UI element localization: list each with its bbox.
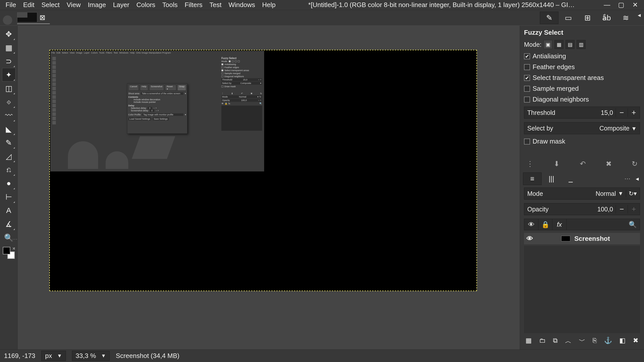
draw-mask-checkbox[interactable] (524, 139, 530, 145)
paths-tab[interactable]: ⎯ (561, 172, 580, 185)
maximize-button[interactable]: ▢ (618, 2, 624, 8)
opacity-value: 100,0 (595, 206, 616, 213)
swap-colors-icon[interactable]: ⤮ (12, 246, 15, 250)
channels-tab[interactable]: ||| (542, 172, 561, 185)
opacity-minus-icon[interactable]: − (616, 205, 628, 213)
layer-mode-dropdown[interactable]: Mode Normal ▼ ↻▾ (524, 188, 640, 200)
embedded-wilber-logo (60, 134, 161, 169)
fuzzy-select-tool[interactable]: ✦ (2, 68, 16, 81)
opacity-input[interactable]: Opacity 100,0 − + (524, 203, 640, 215)
menu-test[interactable]: Test (206, 0, 225, 10)
feather-checkbox[interactable] (524, 64, 530, 70)
paths-tool[interactable]: ⊢ (2, 190, 16, 204)
menu-edit[interactable]: Edit (20, 0, 38, 10)
save-tool-options-icon[interactable]: ⬇ (554, 160, 559, 168)
canvas-image: FileEditSelectViewImageLayerColorsToolsF… (49, 50, 477, 291)
merge-down-icon[interactable]: ⎘ (593, 337, 597, 345)
fg-color-swatch[interactable] (3, 247, 10, 254)
tool-options-menu-icon[interactable]: ⋮ (527, 160, 534, 168)
crop-tool[interactable]: ◫ (2, 81, 16, 95)
device-status-tab[interactable]: ▭ (559, 12, 578, 24)
warp-tool[interactable]: 〰 (2, 109, 16, 122)
smudge-tool[interactable]: ● (2, 176, 16, 190)
lock-column-icon[interactable]: 🔒 (538, 219, 552, 230)
menu-tools[interactable]: Tools (159, 0, 181, 10)
dock2-config-icon[interactable]: ◂ (633, 175, 641, 182)
symmetry-tab[interactable]: ⊞ (578, 12, 597, 24)
sample-merged-checkbox[interactable] (524, 86, 530, 92)
select-by-dropdown[interactable]: Select by Composite ▼ (524, 122, 640, 134)
delete-tool-options-icon[interactable]: ✖ (606, 160, 612, 168)
embedded-toolbox (51, 56, 57, 170)
lower-layer-icon[interactable]: ﹀ (579, 337, 585, 345)
dock-extra-icon[interactable]: ⋯ (622, 175, 633, 182)
restore-tool-options-icon[interactable]: ↶ (580, 160, 586, 168)
menu-colors[interactable]: Colors (133, 0, 159, 10)
bucket-fill-tool[interactable]: ◣ (2, 122, 16, 136)
minimize-button[interactable]: — (604, 2, 610, 8)
measure-tool[interactable]: ∡ (2, 217, 16, 231)
image-tab[interactable]: ⊠ (17, 12, 50, 24)
free-select-tool[interactable]: ⊃ (2, 54, 16, 68)
color-swatches[interactable]: ⤮ (3, 247, 15, 259)
canvas-area[interactable]: FileEditSelectViewImageLayerColorsToolsF… (18, 26, 520, 349)
menubar: File Edit Select View Image Layer Colors… (0, 0, 644, 10)
diagonal-checkbox[interactable] (524, 97, 530, 103)
dock-config-icon[interactable]: ◂ (635, 12, 643, 24)
text-tab[interactable]: a͋b (597, 12, 616, 24)
mode-intersect-button[interactable]: ▥ (577, 40, 586, 49)
zoom-tool[interactable]: 🔍 (2, 231, 16, 244)
threshold-plus-icon[interactable]: + (628, 108, 640, 117)
statusbar: 1169, -173 px▼ 33,3 %▼ Screenshot (34,4 … (0, 349, 644, 362)
tool-options-tab[interactable]: ✎ (540, 12, 558, 24)
text-tool[interactable]: A (2, 204, 16, 217)
mode-add-button[interactable]: ▦ (554, 40, 564, 49)
clone-tool[interactable]: ⎌ (2, 163, 16, 176)
menu-image[interactable]: Image (84, 0, 109, 10)
new-group-icon[interactable]: 🗀 (539, 337, 546, 345)
mask-layer-icon[interactable]: ◧ (619, 337, 626, 345)
unit-dropdown[interactable]: px▼ (41, 351, 66, 361)
zoom-dropdown[interactable]: 33,3 %▼ (72, 351, 110, 361)
history-tab[interactable]: ≋ (616, 12, 635, 24)
antialiasing-checkbox[interactable]: ✔ (524, 53, 530, 59)
menu-help[interactable]: Help (259, 0, 279, 10)
eye-column-icon[interactable]: 👁 (524, 219, 538, 230)
rect-select-tool[interactable]: ▦ (2, 41, 16, 54)
new-layer-icon[interactable]: ▦ (526, 337, 532, 345)
fx-column-icon[interactable]: fx (552, 219, 567, 230)
layers-tab[interactable]: ≡ (523, 172, 542, 185)
menu-view[interactable]: View (63, 0, 84, 10)
diagonal-label: Diagonal neighbors (533, 96, 589, 103)
eraser-tool[interactable]: ◿ (2, 149, 16, 163)
menu-layer[interactable]: Layer (109, 0, 133, 10)
threshold-minus-icon[interactable]: − (616, 108, 628, 117)
menu-select[interactable]: Select (38, 0, 63, 10)
antialiasing-label: Antialiasing (533, 52, 566, 60)
menu-file[interactable]: File (2, 0, 20, 10)
sample-merged-label: Sample merged (533, 85, 579, 93)
move-tool[interactable]: ✥ (2, 27, 16, 41)
mode-reset-icon[interactable]: ↻▾ (626, 190, 637, 197)
anchor-layer-icon[interactable]: ⚓ (604, 337, 612, 345)
menu-windows[interactable]: Windows (225, 0, 259, 10)
duplicate-layer-icon[interactable]: ⧉ (553, 337, 558, 345)
threshold-input[interactable]: Threshold 15,0 − + (524, 107, 640, 119)
menu-filters[interactable]: Filters (181, 0, 206, 10)
mode-subtract-button[interactable]: ▤ (566, 40, 575, 49)
mode-replace-button[interactable]: ▣ (543, 40, 552, 49)
close-button[interactable]: ✕ (632, 2, 638, 8)
transform-tool[interactable]: ⟐ (2, 95, 16, 109)
select-transparent-checkbox[interactable]: ✔ (524, 75, 530, 81)
layer-thumb (561, 236, 570, 241)
image-tab-close-icon[interactable]: ⊠ (37, 13, 47, 22)
opacity-plus-icon[interactable]: + (628, 205, 640, 213)
reset-tool-options-icon[interactable]: ↻ (632, 160, 637, 168)
layer-visibility-icon[interactable]: 👁 (527, 235, 533, 243)
delete-layer-icon[interactable]: ✖ (633, 337, 638, 345)
paintbrush-tool[interactable]: ✎ (2, 136, 16, 149)
layer-row[interactable]: 👁 Screenshot (524, 233, 640, 244)
raise-layer-icon[interactable]: ︿ (565, 337, 572, 345)
right-dock: Fuzzy Select Mode: ▣ ▦ ▤ ▥ ✔Antialiasing… (520, 26, 644, 349)
layer-search-icon[interactable]: 🔍 (626, 221, 640, 229)
